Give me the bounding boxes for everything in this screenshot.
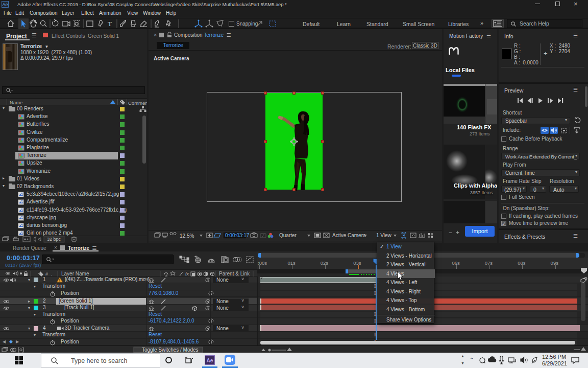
- svg-text:1 View: 1 View: [376, 233, 392, 238]
- svg-text:Layer Name: Layer Name: [61, 271, 89, 277]
- svg-text:Quarter: Quarter: [279, 233, 297, 238]
- svg-text:#: #: [45, 271, 48, 277]
- svg-text:T: T: [108, 20, 112, 28]
- svg-text:32 bpc: 32 bpc: [47, 237, 61, 242]
- svg-text:.: .: [51, 271, 53, 277]
- svg-text:fx: fx: [185, 271, 189, 277]
- svg-text:Toggle Switches / Modes: Toggle Switches / Modes: [142, 347, 199, 353]
- svg-text:Parent & Link: Parent & Link: [219, 271, 250, 277]
- svg-text:12.5%: 12.5%: [180, 233, 194, 239]
- svg-text:0:00:03:17: 0:00:03:17: [225, 233, 250, 238]
- svg-text:Active Camera: Active Camera: [332, 233, 366, 238]
